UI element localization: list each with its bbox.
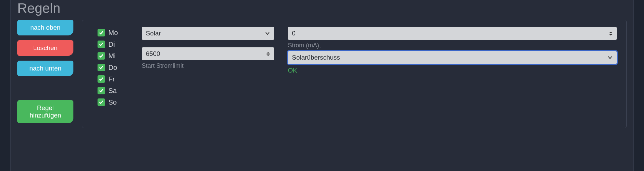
chevron-down-icon	[607, 55, 613, 60]
current-value: 0	[292, 30, 296, 37]
condition-select-value: Solarüberschuss	[292, 54, 340, 61]
weekday-checkbox-do[interactable]	[98, 64, 105, 71]
condition-select[interactable]: Solarüberschuss	[288, 51, 617, 64]
rule-actions-sidebar: nach oben Löschen nach unten Regel hinzu…	[17, 20, 82, 128]
svg-marker-3	[609, 34, 612, 35]
add-rule-button[interactable]: Regel hinzufügen	[17, 100, 73, 123]
weekday-label: So	[108, 98, 117, 106]
weekday-checkbox-mo[interactable]	[98, 29, 105, 36]
chevron-down-icon	[265, 31, 270, 36]
weekday-row: So	[98, 96, 142, 108]
weekday-label: Do	[108, 64, 117, 72]
move-down-button[interactable]: nach unten	[17, 61, 73, 76]
move-up-button[interactable]: nach oben	[17, 20, 73, 35]
number-spinner-icon[interactable]	[266, 52, 270, 56]
weekday-row: Sa	[98, 85, 142, 96]
rule-panel: Mo Di Mi Do	[82, 20, 627, 128]
weekday-label: Mi	[108, 52, 116, 60]
weekday-row: Di	[98, 38, 142, 50]
weekday-checkbox-so[interactable]	[98, 98, 105, 106]
weekday-label: Di	[108, 41, 115, 48]
weekday-row: Fr	[98, 73, 142, 85]
start-limit-caption: Start Stromlimit	[142, 62, 274, 69]
delete-button[interactable]: Löschen	[17, 40, 73, 56]
mode-select-value: Solar	[146, 30, 161, 37]
svg-marker-0	[266, 52, 270, 53]
condition-status: OK	[288, 67, 617, 74]
number-spinner-icon[interactable]	[609, 31, 613, 36]
weekday-checkbox-sa[interactable]	[98, 87, 105, 94]
weekday-checkbox-fr[interactable]	[98, 75, 105, 83]
section-title: Regeln	[17, 0, 627, 20]
current-caption: Strom (mA),	[288, 42, 617, 49]
weekday-row: Do	[98, 62, 142, 73]
weekday-label: Sa	[108, 87, 117, 95]
weekday-label: Mo	[108, 29, 118, 37]
weekday-list: Mo Di Mi Do	[98, 27, 142, 118]
start-limit-value: 6500	[146, 50, 160, 58]
weekday-checkbox-di[interactable]	[98, 41, 105, 48]
svg-marker-1	[266, 55, 270, 56]
weekday-row: Mo	[98, 27, 142, 38]
weekday-row: Mi	[98, 50, 142, 62]
weekday-label: Fr	[108, 75, 115, 83]
current-input[interactable]: 0	[288, 27, 617, 40]
weekday-checkbox-mi[interactable]	[98, 52, 105, 60]
start-limit-input[interactable]: 6500	[142, 47, 274, 60]
mode-select[interactable]: Solar	[142, 27, 274, 40]
svg-marker-2	[609, 32, 612, 33]
